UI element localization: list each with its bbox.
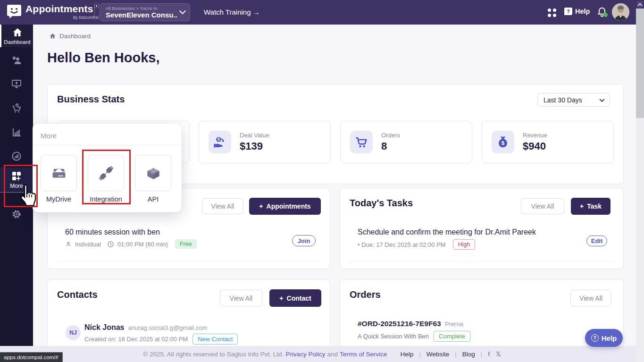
add-contact-button[interactable]: +Contact: [269, 289, 321, 307]
task-title: Schedule and confirm the meeting for Dr.…: [358, 228, 536, 236]
footer-copyright: © 2025. All rights reserved to Saglus In…: [143, 351, 284, 358]
breadcrumb-home-icon: [49, 33, 56, 40]
divider: [57, 261, 320, 261]
apps-grid-icon[interactable]: [548, 8, 556, 17]
business-selector-value: SevenEleven Consu...: [106, 11, 177, 19]
appointment-time: 01:00 PM (60 min): [117, 241, 168, 248]
stat-card-revenue: $ Revenue $940: [482, 121, 614, 163]
sidebar-item-reports[interactable]: [0, 151, 33, 162]
footer-blog-link[interactable]: Blog: [462, 351, 475, 358]
chevron-down-icon: [599, 96, 604, 101]
footer-help-link[interactable]: Help: [400, 351, 413, 358]
left-sidebar: Dashboard $: [0, 25, 33, 346]
free-badge: Free: [175, 239, 197, 249]
hand-coin-icon: $: [213, 135, 227, 149]
order-status-badge: Complete: [434, 331, 470, 342]
sidebar-item-analytics[interactable]: [0, 127, 33, 138]
date-range-select[interactable]: Last 30 Days: [537, 93, 610, 107]
plus-icon: +: [279, 295, 283, 302]
popup-tile-integration[interactable]: Integration: [88, 155, 124, 203]
watch-training-link[interactable]: Watch Training →: [204, 8, 260, 16]
sidebar-item-launch[interactable]: [0, 78, 33, 90]
stat-value: 8: [381, 140, 400, 152]
date-range-value: Last 30 Days: [544, 96, 600, 104]
chevron-down-icon: [179, 8, 186, 14]
bar-chart-icon: [11, 127, 22, 138]
scrollbar-thumb[interactable]: [636, 8, 644, 118]
floating-help-button[interactable]: ? Help: [585, 329, 623, 347]
tasks-card: Today's Tasks View All +Task Schedule an…: [340, 188, 624, 269]
sidebar-item-settings[interactable]: [0, 209, 33, 220]
pipe-separator: |: [481, 351, 483, 358]
header-help-label: Help: [575, 8, 590, 15]
tasks-view-all-button[interactable]: View All: [521, 198, 564, 214]
api-cube-icon: [144, 164, 162, 182]
popup-tile-mydrive[interactable]: MyDrive: [41, 155, 77, 203]
floating-help-label: Help: [602, 334, 617, 342]
pipe-separator: |: [419, 351, 421, 358]
contacts-view-all-button[interactable]: View All: [220, 290, 262, 306]
priority-badge: High: [453, 239, 476, 250]
orders-view-all-button[interactable]: View All: [570, 290, 611, 306]
appointments-view-all-button[interactable]: View All: [202, 198, 243, 214]
contact-email: anurag.social3.g@gmail.com: [128, 324, 207, 331]
cart-icon: [354, 135, 368, 149]
header-divider: [94, 5, 95, 20]
sidebar-item-sales[interactable]: $: [0, 102, 33, 114]
business-selector[interactable]: All Businesses > You're In SevenEleven C…: [100, 3, 190, 21]
terms-of-service-link[interactable]: Terms of Service: [340, 351, 387, 358]
stat-label: Revenue: [523, 132, 547, 139]
facebook-icon[interactable]: f: [488, 350, 490, 358]
stat-label: Deal Value: [240, 132, 269, 139]
breadcrumb[interactable]: Dashboard: [49, 33, 91, 40]
money-bag-icon: $: [496, 135, 510, 149]
notification-dot: [603, 13, 608, 17]
notifications-bell-icon[interactable]: [596, 6, 608, 18]
footer-website-link[interactable]: Website: [427, 351, 450, 358]
footer: © 2025. All rights reserved to Saglus In…: [0, 346, 644, 362]
new-contact-badge: New Contact: [192, 334, 238, 345]
business-selector-eyebrow: All Businesses > You're In: [106, 6, 177, 11]
privacy-policy-link[interactable]: Privacy Policy: [285, 351, 325, 358]
sidebar-item-contacts[interactable]: [0, 55, 33, 66]
question-bubble-icon: ?: [564, 8, 572, 15]
appointment-type: Individual: [75, 241, 101, 248]
contacts-title: Contacts: [57, 289, 98, 300]
x-twitter-icon[interactable]: 𝕏: [496, 350, 501, 358]
header-help-button[interactable]: ? Help: [564, 8, 590, 15]
plus-icon: +: [259, 202, 263, 210]
edit-task-button[interactable]: Edit: [586, 236, 607, 246]
popup-tile-label: API: [135, 195, 171, 203]
vertical-scrollbar[interactable]: [636, 0, 644, 362]
tasks-title: Today's Tasks: [350, 198, 413, 209]
task-due: • Due: 17 Dec 2025 at 02:00 PM: [358, 241, 446, 248]
app-title: Appointments: [25, 3, 93, 15]
scrollbar-up-arrow[interactable]: [637, 1, 643, 8]
integration-plug-icon: [97, 164, 116, 183]
popup-tile-label: Integration: [88, 195, 124, 203]
add-appointment-label: Appointments: [267, 202, 311, 210]
stat-value: $940: [523, 140, 547, 152]
stat-value: $139: [240, 140, 269, 152]
add-appointment-button[interactable]: +Appointments: [249, 198, 321, 215]
gauge-icon: [11, 151, 22, 162]
footer-and: and: [327, 351, 338, 358]
app-logo[interactable]: Appointments By DotcomPal: [7, 3, 99, 20]
popup-tile-api[interactable]: API: [135, 155, 171, 203]
sidebar-item-label: More: [10, 183, 23, 189]
join-button[interactable]: Join: [292, 235, 316, 246]
monitor-rocket-icon: [11, 78, 22, 90]
user-avatar[interactable]: [612, 3, 629, 21]
sidebar-item-more[interactable]: More: [0, 168, 33, 193]
svg-text:$: $: [502, 140, 505, 146]
sidebar-item-dashboard[interactable]: Dashboard: [0, 25, 33, 47]
plus-icon: +: [580, 202, 584, 210]
mydrive-icon: [50, 164, 68, 182]
person-icon: [65, 241, 72, 247]
appointment-title: 60 minutes session with ben: [65, 228, 160, 236]
order-customer: Prerna: [445, 320, 463, 328]
add-task-button[interactable]: +Task: [571, 198, 611, 215]
contact-created: Created on: 16 Dec 2025 at 02:00 PM: [84, 336, 188, 343]
more-grid-plus-icon: [11, 170, 22, 182]
order-product: A Quick Session With Ben: [358, 333, 429, 340]
